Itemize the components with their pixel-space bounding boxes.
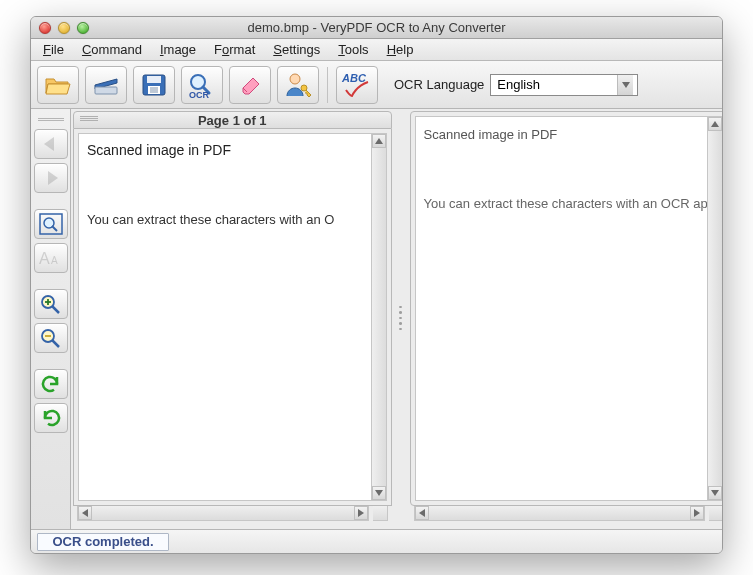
statusbar: OCR completed. bbox=[31, 529, 722, 553]
svg-text:A: A bbox=[39, 250, 50, 267]
chevron-down-icon bbox=[617, 75, 633, 95]
user-key-icon bbox=[284, 72, 312, 98]
svg-rect-0 bbox=[95, 87, 117, 94]
scroll-corner bbox=[709, 506, 723, 521]
prev-page-button[interactable] bbox=[34, 129, 68, 159]
image-line-1: Scanned image in PDF bbox=[87, 142, 363, 158]
image-pane: Page 1 of 1 Scanned image in PDF You can… bbox=[73, 111, 392, 525]
image-vscrollbar[interactable] bbox=[372, 133, 387, 501]
scan-button[interactable] bbox=[85, 66, 127, 104]
fit-page-button[interactable] bbox=[34, 209, 68, 239]
image-hscrollbar[interactable] bbox=[77, 506, 369, 521]
svg-line-21 bbox=[52, 340, 59, 347]
scanner-icon bbox=[92, 73, 120, 97]
text-line-2: You can extract these characters with an… bbox=[424, 196, 700, 211]
menubar: File Command Image Format Settings Tools… bbox=[31, 39, 722, 61]
svg-point-9 bbox=[290, 74, 300, 84]
svg-text:A: A bbox=[51, 255, 58, 266]
status-message: OCR completed. bbox=[37, 533, 169, 551]
ocr-button[interactable]: OCR bbox=[181, 66, 223, 104]
window-title: demo.bmp - VeryPDF OCR to Any Converter bbox=[31, 20, 722, 35]
rotate-right-button[interactable] bbox=[34, 403, 68, 433]
save-button[interactable] bbox=[133, 66, 175, 104]
arrow-left-icon bbox=[40, 135, 62, 153]
body: A A bbox=[31, 109, 722, 529]
rotate-ccw-icon bbox=[39, 374, 63, 394]
scroll-right-icon[interactable] bbox=[690, 506, 704, 520]
scroll-corner bbox=[373, 506, 388, 521]
arrow-right-icon bbox=[40, 169, 62, 187]
rotate-left-button[interactable] bbox=[34, 369, 68, 399]
image-pane-header: Page 1 of 1 bbox=[73, 111, 392, 129]
svg-line-17 bbox=[52, 306, 59, 313]
toolbar: OCR ABC OCR Language bbox=[31, 61, 722, 109]
floppy-disk-icon bbox=[141, 73, 167, 97]
page-indicator: Page 1 of 1 bbox=[198, 113, 267, 128]
menu-command[interactable]: Command bbox=[74, 40, 150, 59]
menu-settings[interactable]: Settings bbox=[265, 40, 328, 59]
side-toolbar: A A bbox=[31, 109, 71, 529]
menu-image[interactable]: Image bbox=[152, 40, 204, 59]
ocr-language-label: OCR Language bbox=[394, 77, 484, 92]
toolbar-separator bbox=[327, 67, 328, 103]
scroll-left-icon[interactable] bbox=[415, 506, 429, 520]
text-pane-body: Scanned image in PDF You can extract the… bbox=[410, 111, 723, 506]
erase-button[interactable] bbox=[229, 66, 271, 104]
app-window: demo.bmp - VeryPDF OCR to Any Converter … bbox=[30, 16, 723, 554]
menu-format[interactable]: Format bbox=[206, 40, 263, 59]
titlebar: demo.bmp - VeryPDF OCR to Any Converter bbox=[31, 17, 722, 39]
text-pane: Scanned image in PDF You can extract the… bbox=[410, 111, 723, 525]
image-document[interactable]: Scanned image in PDF You can extract the… bbox=[78, 133, 372, 501]
menu-help[interactable]: Help bbox=[379, 40, 422, 59]
text-hscrollbar[interactable] bbox=[414, 506, 706, 521]
text-size-button[interactable]: A A bbox=[34, 243, 68, 273]
panes: Page 1 of 1 Scanned image in PDF You can… bbox=[71, 109, 723, 529]
fit-icon bbox=[39, 213, 63, 235]
scroll-down-icon[interactable] bbox=[372, 486, 386, 500]
zoom-out-icon bbox=[39, 327, 63, 349]
scroll-up-icon[interactable] bbox=[708, 117, 722, 131]
ocr-language-value: English bbox=[497, 77, 540, 92]
spellcheck-button[interactable]: ABC bbox=[336, 66, 378, 104]
ocr-text-label: OCR bbox=[189, 90, 210, 99]
text-document[interactable]: Scanned image in PDF You can extract the… bbox=[415, 116, 709, 501]
svg-line-13 bbox=[52, 226, 57, 231]
menu-tools[interactable]: Tools bbox=[330, 40, 376, 59]
abc-check-icon: ABC bbox=[340, 70, 374, 100]
zoom-out-button[interactable] bbox=[34, 323, 68, 353]
svg-rect-2 bbox=[147, 76, 161, 83]
eraser-icon bbox=[237, 74, 263, 96]
folder-open-icon bbox=[44, 73, 72, 97]
scroll-down-icon[interactable] bbox=[708, 486, 722, 500]
scroll-up-icon[interactable] bbox=[372, 134, 386, 148]
open-file-button[interactable] bbox=[37, 66, 79, 104]
next-page-button[interactable] bbox=[34, 163, 68, 193]
user-key-button[interactable] bbox=[277, 66, 319, 104]
image-pane-body: Scanned image in PDF You can extract the… bbox=[73, 129, 392, 506]
abc-text-label: ABC bbox=[341, 72, 367, 84]
text-vscrollbar[interactable] bbox=[708, 116, 723, 501]
zoom-in-button[interactable] bbox=[34, 289, 68, 319]
side-gripper bbox=[34, 115, 68, 123]
image-line-2: You can extract these characters with an… bbox=[87, 212, 363, 227]
magnifier-ocr-icon: OCR bbox=[187, 71, 217, 99]
pane-splitter[interactable] bbox=[398, 111, 404, 525]
text-line-1: Scanned image in PDF bbox=[424, 125, 700, 142]
scroll-left-icon[interactable] bbox=[78, 506, 92, 520]
ocr-language-select[interactable]: English bbox=[490, 74, 638, 96]
menu-file[interactable]: File bbox=[35, 40, 72, 59]
rotate-cw-icon bbox=[39, 408, 63, 428]
zoom-in-icon bbox=[39, 293, 63, 315]
font-size-icon: A A bbox=[39, 248, 63, 268]
ocr-language-group: OCR Language English bbox=[394, 74, 638, 96]
scroll-right-icon[interactable] bbox=[354, 506, 368, 520]
